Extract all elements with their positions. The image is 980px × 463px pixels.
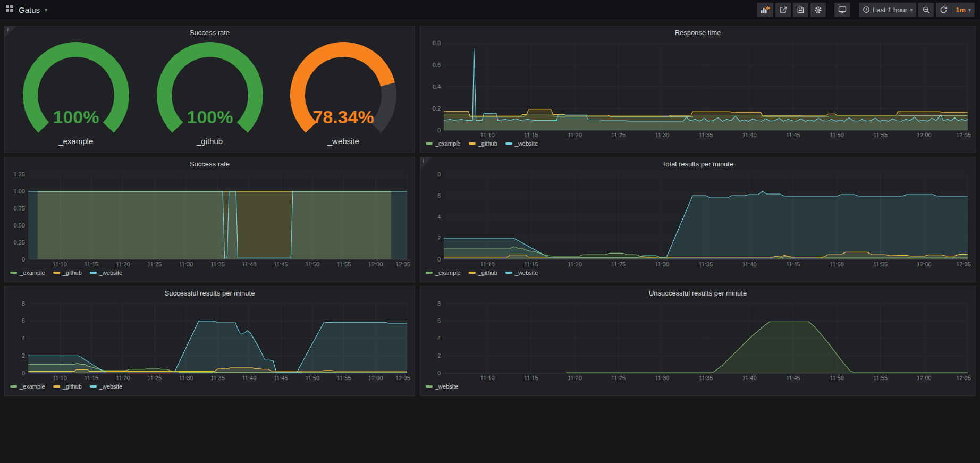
legend-color-dash <box>10 385 17 388</box>
legend-item-_github[interactable]: _github <box>53 383 82 390</box>
legend-item-_website[interactable]: _website <box>505 270 538 276</box>
x-axis-tick-label: 11:30 <box>655 132 669 138</box>
panel-title[interactable]: Total results per minute <box>420 157 975 171</box>
panel-success-rate-graph: Success rate 00.250.500.751.001.2511:101… <box>4 157 415 282</box>
panel-title[interactable]: Success rate <box>5 26 415 40</box>
legend-item-_github[interactable]: _github <box>469 140 497 147</box>
legend-color-dash <box>53 272 60 274</box>
legend-item-_example[interactable]: _example <box>426 140 461 147</box>
panel-title[interactable]: Success rate <box>5 157 415 171</box>
x-axis-tick-label: 12:00 <box>917 132 932 138</box>
y-axis-tick-label: 1.00 <box>14 188 25 195</box>
legend-label: _website <box>515 140 538 147</box>
legend-item-_example[interactable]: _example <box>426 270 461 276</box>
info-icon[interactable]: i <box>423 158 424 164</box>
legend-label: _example <box>20 383 45 390</box>
x-axis-tick-label: 11:20 <box>116 375 130 381</box>
x-axis-tick-label: 11:20 <box>116 261 130 267</box>
x-axis-tick-label: 11:40 <box>742 375 757 381</box>
save-button[interactable] <box>793 3 808 17</box>
panel-unsuccessful-results: Unsuccessful results per minute 0246811:… <box>420 286 976 396</box>
legend-label: _example <box>20 270 45 276</box>
x-axis-tick-label: 12:05 <box>395 261 410 267</box>
gauge-_website: 78.34%_website <box>281 40 406 146</box>
y-axis-tick-label: 0.25 <box>14 239 25 246</box>
x-axis-tick-label: 12:05 <box>395 375 410 381</box>
time-range-picker[interactable]: Last 1 hour ▾ <box>859 3 916 17</box>
x-axis-tick-label: 11:30 <box>179 261 193 267</box>
panel-title[interactable]: Response time <box>420 26 975 40</box>
x-axis-tick-label: 11:30 <box>655 375 669 381</box>
legend-item-_github[interactable]: _github <box>53 270 82 276</box>
x-axis-tick-label: 11:35 <box>699 261 713 267</box>
time-range-caret-down-icon: ▾ <box>910 7 913 13</box>
panel-response-time: Response time 00.20.40.60.811:1011:1511:… <box>420 26 976 153</box>
y-axis-tick-label: 4 <box>22 335 25 341</box>
legend-label: _website <box>435 383 458 390</box>
y-axis-tick-label: 6 <box>437 192 441 199</box>
legend-label: _github <box>63 383 82 390</box>
y-axis-tick-label: 1.25 <box>14 171 25 178</box>
legend-color-dash <box>469 142 476 145</box>
refresh-picker[interactable]: 1m ▾ <box>936 3 975 17</box>
legend-item-_website[interactable]: _website <box>426 383 458 390</box>
refresh-caret-down-icon[interactable]: ▾ <box>968 7 971 13</box>
x-axis-tick-label: 11:35 <box>210 375 225 381</box>
legend-item-_example[interactable]: _example <box>10 383 45 390</box>
chart-legend: _example_github_website <box>426 140 970 147</box>
y-axis-tick-label: 8 <box>22 300 25 307</box>
gear-button[interactable] <box>810 3 826 17</box>
tv-mode-button[interactable] <box>834 3 850 17</box>
x-axis-tick-label: 11:45 <box>786 261 800 267</box>
x-axis-tick-label: 11:10 <box>480 375 495 381</box>
top-navbar: Gatus ▾ <box>0 0 980 19</box>
x-axis-tick-label: 11:55 <box>873 132 888 138</box>
panel-total-results: i Total results per minute 0246811:1011:… <box>420 157 976 282</box>
legend-color-dash <box>469 272 476 274</box>
total-results-chart[interactable]: 0246811:1011:1511:2011:2511:3011:3511:40… <box>425 171 971 268</box>
legend-item-_example[interactable]: _example <box>10 270 45 276</box>
response-time-chart[interactable]: 00.20.40.60.811:1011:1511:2011:2511:3011… <box>425 40 971 139</box>
gauge-value: 78.34% <box>313 107 374 127</box>
success-rate-chart[interactable]: 00.250.500.751.001.2511:1011:1511:2011:2… <box>9 171 410 268</box>
legend-item-_website[interactable]: _website <box>505 140 538 147</box>
x-axis-tick-label: 12:00 <box>368 375 383 381</box>
chart-legend: _example_github_website <box>10 383 409 390</box>
x-axis-tick-label: 11:25 <box>611 132 626 138</box>
y-axis-tick-label: 4 <box>437 335 441 341</box>
gauge-series-label: _website <box>328 137 359 146</box>
add-panel-button[interactable] <box>757 3 773 17</box>
chart-legend: _website <box>426 383 970 390</box>
legend-label: _website <box>99 270 122 276</box>
apps-grid-icon[interactable] <box>5 4 14 15</box>
info-icon[interactable]: i <box>7 27 9 32</box>
panel-title[interactable]: Unsuccessful results per minute <box>420 287 975 300</box>
legend-item-_github[interactable]: _github <box>469 270 497 276</box>
legend-label: _example <box>435 270 461 276</box>
dashboard-caret-down-icon[interactable]: ▾ <box>45 7 47 13</box>
y-axis-tick-label: 0 <box>437 370 441 376</box>
x-axis-tick-label: 11:20 <box>568 132 582 138</box>
panel-title[interactable]: Successful results per minute <box>5 287 415 300</box>
legend-item-_website[interactable]: _website <box>90 383 122 390</box>
y-axis-tick-label: 0 <box>437 127 441 133</box>
legend-item-_website[interactable]: _website <box>90 270 122 276</box>
share-button[interactable] <box>775 3 791 17</box>
y-axis-tick-label: 0.4 <box>433 83 441 90</box>
unsuccessful-results-chart[interactable]: 0246811:1011:1511:2011:2511:3011:3511:40… <box>425 300 971 382</box>
zoom-out-button[interactable] <box>918 3 934 17</box>
successful-results-chart[interactable]: 0246811:1011:1511:2011:2511:3011:3511:40… <box>9 300 410 382</box>
x-axis-tick-label: 11:25 <box>147 261 162 267</box>
refresh-interval-label[interactable]: 1m <box>956 6 966 14</box>
refresh-icon[interactable] <box>940 6 948 14</box>
x-axis-tick-label: 11:50 <box>305 375 319 381</box>
x-axis-tick-label: 11:45 <box>274 261 288 267</box>
x-axis-tick-label: 11:15 <box>84 261 98 267</box>
legend-label: _example <box>435 140 461 147</box>
x-axis-tick-label: 11:35 <box>699 375 713 381</box>
y-axis-tick-label: 0 <box>437 256 441 263</box>
y-axis-tick-label: 2 <box>437 352 441 359</box>
legend-color-dash <box>505 272 512 274</box>
dashboard-title[interactable]: Gatus <box>19 5 40 14</box>
legend-color-dash <box>426 142 433 145</box>
